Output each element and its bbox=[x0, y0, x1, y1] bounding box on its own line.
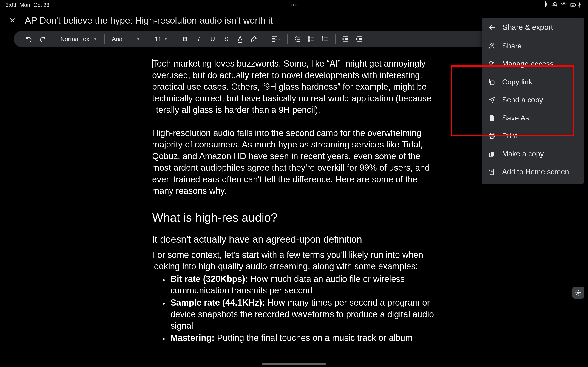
copy-icon bbox=[488, 78, 495, 85]
file-icon bbox=[488, 115, 495, 121]
underline-button[interactable]: U bbox=[207, 33, 219, 45]
checklist-button[interactable] bbox=[292, 33, 304, 45]
wifi-icon bbox=[561, 1, 567, 9]
menu-header: Share & export bbox=[482, 18, 584, 37]
strikethrough-button[interactable]: S bbox=[221, 33, 233, 45]
toolbar-separator bbox=[104, 34, 104, 44]
redo-button[interactable] bbox=[37, 33, 49, 45]
svg-point-3 bbox=[308, 36, 309, 38]
svg-point-4 bbox=[308, 38, 309, 40]
align-button[interactable]: ▼ bbox=[268, 33, 283, 45]
toolbar-separator bbox=[335, 34, 336, 44]
paragraph[interactable]: High-resolution audio falls into the sec… bbox=[152, 127, 435, 197]
svg-text:89: 89 bbox=[572, 4, 574, 6]
decrease-indent-button[interactable] bbox=[340, 33, 352, 45]
menu-item-copy-link[interactable]: Copy link bbox=[482, 73, 584, 91]
menu-item-manage-access[interactable]: Manage access bbox=[482, 55, 584, 73]
font-label: Arial bbox=[112, 35, 124, 43]
menu-item-share[interactable]: Share bbox=[482, 37, 584, 55]
toolbar-separator bbox=[175, 34, 175, 44]
paragraph[interactable]: For some context, let's start with a few… bbox=[152, 249, 435, 272]
share-export-menu: Share & export Share Manage access Copy … bbox=[482, 18, 584, 184]
close-button[interactable]: ✕ bbox=[9, 16, 16, 25]
copy-file-icon bbox=[488, 150, 495, 157]
toolbar-separator bbox=[147, 34, 147, 44]
battery-icon: 89 bbox=[570, 2, 582, 8]
svg-rect-12 bbox=[491, 81, 494, 85]
document-title[interactable]: AP Don't believe the hype: High-resoluti… bbox=[25, 15, 273, 26]
toolbar-separator bbox=[264, 34, 264, 44]
text-color-button[interactable]: A bbox=[234, 33, 246, 45]
mute-icon bbox=[552, 1, 558, 9]
send-icon bbox=[488, 96, 495, 103]
print-icon bbox=[488, 132, 495, 139]
heading-2[interactable]: What is high-res audio? bbox=[152, 211, 435, 224]
numbered-list-button[interactable]: 123 bbox=[319, 33, 331, 45]
svg-point-11 bbox=[493, 62, 494, 64]
bulleted-list[interactable]: Bit rate (320Kbps): How much data an aud… bbox=[152, 273, 435, 344]
back-arrow-icon[interactable] bbox=[488, 24, 496, 31]
svg-point-14 bbox=[577, 292, 579, 294]
brightness-icon bbox=[575, 289, 582, 296]
paragraph[interactable]: Tech marketing loves buzzwords. Some, li… bbox=[152, 58, 435, 116]
svg-point-5 bbox=[308, 40, 309, 41]
paragraph-style-label: Normal text bbox=[61, 35, 91, 43]
status-time: 3:03 bbox=[6, 2, 16, 8]
add-home-icon bbox=[488, 168, 495, 175]
menu-title: Share & export bbox=[502, 23, 553, 32]
list-item[interactable]: Bit rate (320Kbps): How much data an aud… bbox=[168, 273, 435, 296]
font-size-label: 11 bbox=[155, 35, 162, 43]
bluetooth-icon bbox=[543, 1, 548, 9]
svg-point-10 bbox=[490, 62, 492, 64]
group-icon bbox=[488, 60, 495, 67]
italic-button[interactable]: I bbox=[193, 33, 205, 45]
toolbar-separator bbox=[53, 34, 53, 44]
brightness-button[interactable] bbox=[572, 287, 584, 299]
menu-item-save-as[interactable]: Save As bbox=[482, 109, 584, 127]
bulleted-list-button[interactable] bbox=[305, 33, 317, 45]
status-more-icon[interactable]: ••• bbox=[291, 3, 298, 8]
svg-rect-1 bbox=[575, 4, 576, 6]
list-item[interactable]: Mastering: Putting the final touches on … bbox=[168, 332, 435, 344]
status-date: Mon, Oct 28 bbox=[19, 2, 50, 8]
chevron-down-icon: ▼ bbox=[94, 37, 97, 41]
navigation-bar-pill[interactable] bbox=[262, 363, 326, 365]
chevron-down-icon: ▼ bbox=[164, 37, 167, 41]
svg-point-9 bbox=[491, 44, 493, 46]
status-bar: 3:03 Mon, Oct 28 ••• 89 bbox=[0, 0, 588, 10]
menu-item-add-home[interactable]: Add to Home screen bbox=[482, 163, 584, 181]
svg-text:3: 3 bbox=[322, 40, 323, 42]
list-item[interactable]: Sample rate (44.1KHz): How many times pe… bbox=[168, 297, 435, 332]
undo-button[interactable] bbox=[23, 33, 35, 45]
person-add-icon bbox=[488, 42, 495, 49]
highlight-button[interactable] bbox=[248, 33, 260, 45]
menu-item-make-copy[interactable]: Make a copy bbox=[482, 145, 584, 163]
menu-item-send-copy[interactable]: Send a copy bbox=[482, 91, 584, 109]
font-size-dropdown[interactable]: 11 ▼ bbox=[152, 35, 171, 43]
font-dropdown[interactable]: Arial ▼ bbox=[109, 35, 143, 43]
menu-item-print[interactable]: Print bbox=[482, 127, 584, 145]
toolbar-separator bbox=[287, 34, 288, 44]
paragraph-style-dropdown[interactable]: Normal text ▼ bbox=[57, 35, 100, 43]
chevron-down-icon: ▼ bbox=[137, 37, 140, 41]
bold-button[interactable]: B bbox=[179, 33, 191, 45]
heading-3[interactable]: It doesn't actually have an agreed-upon … bbox=[152, 234, 435, 245]
increase-indent-button[interactable] bbox=[354, 33, 365, 45]
